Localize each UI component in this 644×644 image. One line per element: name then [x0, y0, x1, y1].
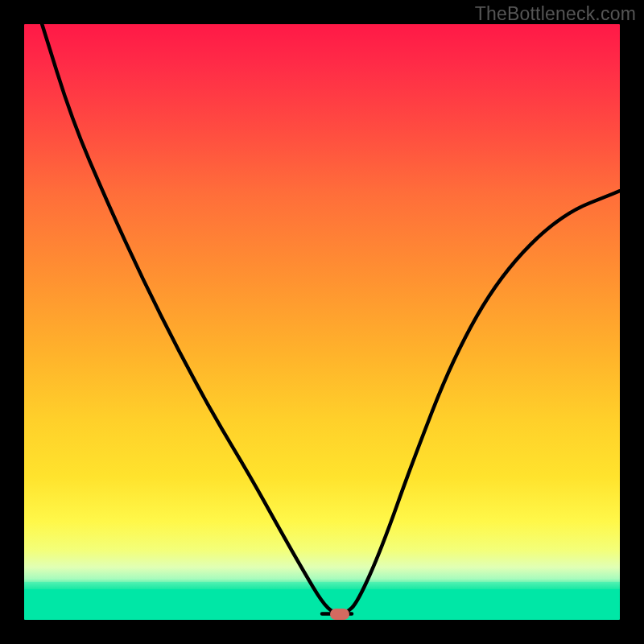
- watermark-text: TheBottleneck.com: [475, 3, 636, 25]
- minimum-marker: [330, 609, 349, 620]
- bottleneck-curve: [42, 24, 620, 614]
- curve-svg: [24, 24, 620, 620]
- chart-frame: TheBottleneck.com: [0, 0, 644, 644]
- plot-area: [24, 24, 620, 620]
